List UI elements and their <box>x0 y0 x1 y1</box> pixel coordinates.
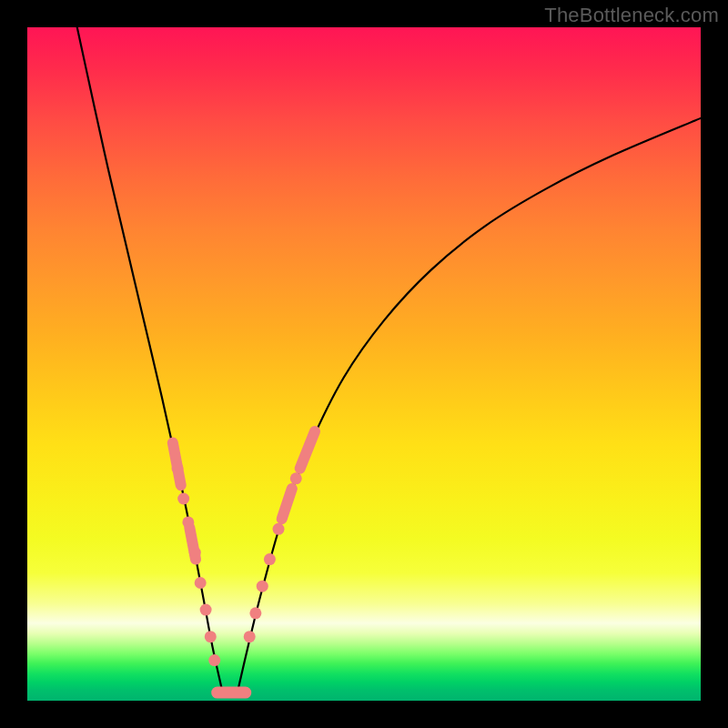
data-point-dot <box>205 631 217 642</box>
data-point-dot <box>172 462 184 474</box>
curve-right-branch <box>237 118 701 695</box>
data-point-dot <box>290 472 302 484</box>
data-point-dot <box>208 654 220 666</box>
data-markers <box>172 431 315 693</box>
data-point-dot <box>189 547 201 559</box>
data-point-dot <box>257 581 268 592</box>
data-point-dot <box>182 516 194 528</box>
data-point-dot <box>264 553 276 565</box>
data-point-dot <box>200 604 212 616</box>
curve-left-branch <box>77 27 224 695</box>
chart-frame: TheBottleneck.com <box>0 0 728 728</box>
watermark-text: TheBottleneck.com <box>544 4 719 27</box>
data-point-dot <box>195 577 207 589</box>
curve-overlay <box>27 27 701 701</box>
data-point-segment <box>300 431 315 469</box>
data-point-segment <box>282 489 292 519</box>
plot-area <box>27 27 701 701</box>
data-point-dot <box>244 631 256 642</box>
data-point-dot <box>249 607 261 619</box>
data-point-dot <box>273 523 285 535</box>
data-point-dot <box>177 493 189 505</box>
